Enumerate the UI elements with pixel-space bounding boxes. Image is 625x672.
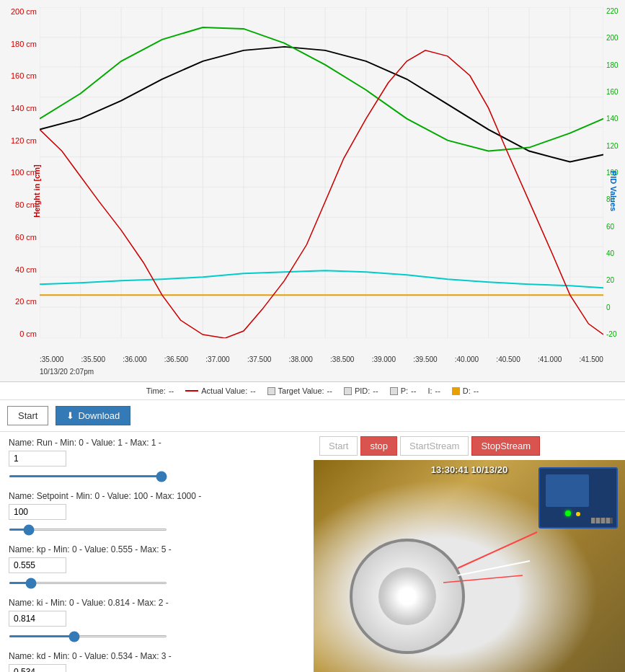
left-panel: Name: Run - Min: 0 - Value: 1 - Max: 1 -… (0, 432, 314, 672)
download-label: Download (78, 410, 120, 421)
param-ki-label: Name: ki - Min: 0 - Value: 0.814 - Max: … (9, 598, 305, 608)
param-kp-input[interactable] (9, 557, 66, 573)
target-checkbox[interactable] (267, 387, 275, 395)
legend-i: I: -- (427, 386, 440, 395)
start-button[interactable]: Start (7, 406, 48, 425)
stream-start-button[interactable]: Start (319, 436, 358, 456)
camera-inner-lens (378, 567, 436, 625)
controls-bar: Start ⬇ Download (0, 400, 625, 432)
param-kp: Name: kp - Min: 0 - Value: 0.555 - Max: … (9, 544, 305, 586)
legend-p: P: -- (390, 386, 417, 395)
p-checkbox[interactable] (390, 387, 398, 395)
svg-line-28 (458, 561, 530, 575)
video-timestamp: 13:30:41 10/13/20 (431, 464, 507, 475)
legend-d: D: -- (452, 386, 479, 395)
d-checkbox[interactable] (452, 387, 460, 395)
right-panel: Start stop StartStream StopStream (314, 432, 625, 672)
legend-time: Time: -- (146, 386, 174, 395)
chart-container: 200 cm 180 cm 160 cm 140 cm 120 cm 100 c… (0, 0, 625, 382)
param-setpoint-label: Name: Setpoint - Min: 0 - Value: 100 - M… (9, 491, 305, 501)
circuit-board (538, 467, 618, 529)
connector-pins (591, 518, 613, 523)
stream-stop-button[interactable]: stop (360, 436, 397, 456)
camera-lens (350, 539, 465, 654)
param-run-input[interactable] (9, 451, 66, 467)
param-kp-label: Name: kp - Min: 0 - Value: 0.555 - Max: … (9, 544, 305, 554)
legend-actual: Actual Value: -- (185, 386, 255, 395)
legend-target: Target Value: -- (267, 386, 332, 395)
param-setpoint-input[interactable] (9, 504, 66, 520)
param-kd: Name: kd - Min: 0 - Value: 0.534 - Max: … (9, 651, 305, 672)
camera-bg (314, 460, 625, 672)
param-run-slider[interactable] (9, 475, 167, 477)
pid-values-label: PID Values (609, 170, 618, 211)
legend-pid: PID: -- (344, 386, 378, 395)
p-line (40, 270, 603, 288)
stream-startstream-button[interactable]: StartStream (400, 436, 469, 456)
param-ki: Name: ki - Min: 0 - Value: 0.814 - Max: … (9, 598, 305, 640)
download-button[interactable]: ⬇ Download (56, 406, 130, 425)
green-led (565, 510, 571, 516)
param-setpoint-slider[interactable] (9, 529, 167, 531)
param-ki-input[interactable] (9, 611, 66, 627)
svg-line-27 (458, 532, 537, 568)
actual-line-indicator (185, 390, 198, 392)
bottom-content: Name: Run - Min: 0 - Value: 1 - Max: 1 -… (0, 432, 625, 672)
download-icon: ⬇ (66, 410, 74, 421)
param-run: Name: Run - Min: 0 - Value: 1 - Max: 1 - (9, 438, 305, 479)
video-frame: 13:30:41 10/13/20 (314, 460, 625, 672)
param-kd-input[interactable] (9, 664, 66, 672)
param-kd-label: Name: kd - Min: 0 - Value: 0.534 - Max: … (9, 651, 305, 661)
param-run-label: Name: Run - Min: 0 - Value: 1 - Max: 1 - (9, 438, 305, 448)
legend-row: Time: -- Actual Value: -- Target Value: … (0, 382, 625, 400)
stream-stopstream-button[interactable]: StopStream (471, 436, 540, 456)
x-axis-labels: :35.000 :35.500 :36.000 :36.500 :37.000 … (40, 355, 603, 363)
pid-checkbox[interactable] (344, 387, 352, 395)
chart-svg (40, 7, 603, 338)
param-kp-slider[interactable] (9, 582, 167, 584)
target-line (40, 47, 603, 162)
stream-controls: Start stop StartStream StopStream (314, 432, 625, 460)
actual-line (40, 27, 603, 151)
board-chip (546, 474, 589, 507)
param-setpoint: Name: Setpoint - Min: 0 - Value: 100 - M… (9, 491, 305, 533)
x-axis-date: 10/13/20 2:07pm (40, 368, 94, 376)
yellow-led (576, 512, 580, 516)
param-ki-slider[interactable] (9, 635, 167, 637)
